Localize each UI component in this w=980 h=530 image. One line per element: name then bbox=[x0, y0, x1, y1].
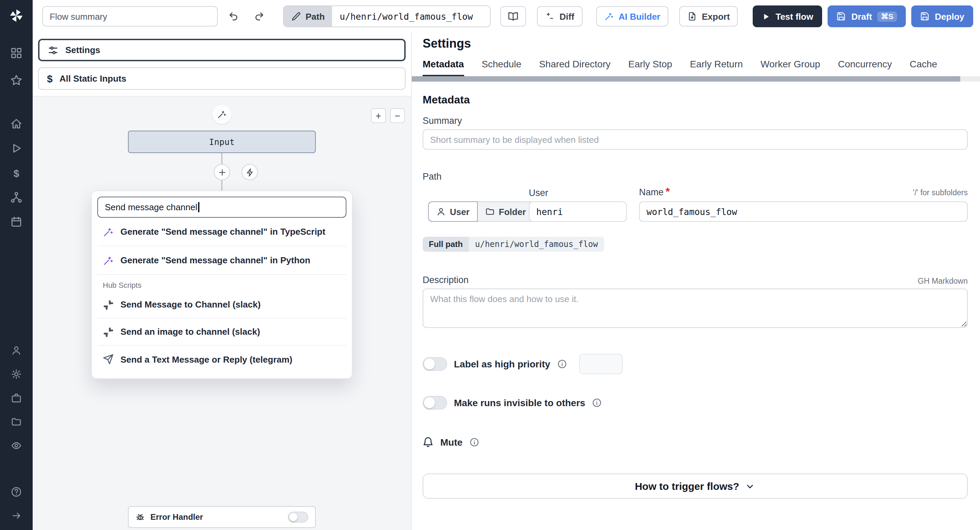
tab-concurrency[interactable]: Concurrency bbox=[838, 59, 892, 76]
windmill-flow-editor: $ Path u/henri/world_famous_flow Diff AI… bbox=[0, 0, 980, 530]
tab-worker-group[interactable]: Worker Group bbox=[760, 59, 820, 76]
tab-cache[interactable]: Cache bbox=[910, 59, 937, 76]
sidebar-item-schedules[interactable] bbox=[3, 212, 30, 231]
test-flow-button[interactable]: Test flow bbox=[752, 5, 822, 27]
add-step-button[interactable] bbox=[214, 164, 230, 180]
dropdown-item-slack-message[interactable]: Send Message to Channel (slack) bbox=[97, 291, 347, 318]
arrow-right-icon bbox=[11, 510, 22, 521]
docs-button[interactable] bbox=[500, 6, 526, 27]
mute-row: Mute bbox=[423, 437, 968, 447]
redo-button[interactable] bbox=[249, 7, 269, 26]
grid-icon bbox=[10, 47, 22, 59]
invisible-runs-toggle[interactable] bbox=[423, 396, 447, 409]
static-inputs-button[interactable]: $All Static Inputs bbox=[38, 67, 406, 90]
dollar-icon: $ bbox=[47, 73, 53, 84]
settings-tabs: Metadata Schedule Shared Directory Early… bbox=[423, 59, 968, 76]
flow-panel-header: Settings $All Static Inputs bbox=[33, 33, 411, 96]
sidebar-item-workers[interactable] bbox=[3, 389, 30, 407]
bell-icon bbox=[423, 437, 434, 447]
priority-value-input[interactable] bbox=[579, 354, 622, 374]
flow-canvas[interactable]: + − Input Send message channel Generate … bbox=[33, 96, 411, 530]
error-handler-label: Error Handler bbox=[150, 512, 203, 522]
description-label-row: Description GH Markdown bbox=[423, 275, 968, 285]
wand-icon bbox=[103, 226, 114, 237]
how-to-trigger-button[interactable]: How to trigger flows? bbox=[423, 473, 968, 499]
briefcase-icon bbox=[11, 393, 22, 403]
tab-early-stop[interactable]: Early Stop bbox=[628, 59, 672, 76]
ai-builder-button[interactable]: AI Builder bbox=[596, 6, 669, 27]
summary-label: Summary bbox=[423, 116, 968, 126]
sidebar-item-resources[interactable] bbox=[3, 188, 30, 207]
info-icon bbox=[469, 438, 479, 447]
dropdown-item-label: Send Message to Channel (slack) bbox=[121, 299, 261, 309]
zoom-out-button[interactable]: − bbox=[390, 108, 405, 123]
error-handler-toggle[interactable] bbox=[288, 512, 308, 522]
error-handler-node[interactable]: Error Handler bbox=[128, 506, 316, 528]
dropdown-item-slack-image[interactable]: Send an image to channel (slack) bbox=[97, 318, 347, 346]
step-search-value: Send message channel bbox=[105, 202, 197, 212]
sidebar-item-apps[interactable] bbox=[3, 44, 30, 63]
name-input[interactable] bbox=[639, 202, 968, 222]
sidebar-item-settings[interactable] bbox=[3, 365, 30, 383]
owner-folder-button[interactable]: Folder bbox=[478, 202, 534, 222]
user-input[interactable] bbox=[529, 202, 627, 222]
sidebar-item-variables[interactable]: $ bbox=[3, 163, 30, 182]
sidebar-item-audit[interactable] bbox=[3, 437, 30, 454]
windmill-logo-icon bbox=[9, 8, 24, 23]
dropdown-item-label: Send a Text Message or Reply (telegram) bbox=[121, 354, 292, 364]
full-path-value: u/henri/world_famous_flow bbox=[469, 237, 604, 252]
star-icon bbox=[10, 74, 22, 86]
input-node[interactable]: Input bbox=[128, 131, 316, 153]
sidebar-item-home[interactable] bbox=[3, 114, 30, 133]
network-icon bbox=[10, 191, 22, 203]
dropdown-item-generate-typescript[interactable]: Generate "Send message channel" in TypeS… bbox=[97, 218, 347, 246]
sliders-icon bbox=[48, 44, 59, 56]
tab-schedule[interactable]: Schedule bbox=[482, 59, 521, 76]
flow-settings-panel: Settings Metadata Schedule Shared Direct… bbox=[412, 33, 980, 530]
flow-summary-input[interactable] bbox=[42, 6, 218, 27]
tab-metadata[interactable]: Metadata bbox=[423, 59, 464, 76]
tab-early-return[interactable]: Early Return bbox=[690, 59, 743, 76]
tab-shared-directory[interactable]: Shared Directory bbox=[539, 59, 611, 76]
flow-settings-button[interactable]: Settings bbox=[38, 39, 406, 61]
sidebar-item-runs[interactable] bbox=[3, 139, 30, 158]
deploy-button[interactable]: Deploy bbox=[911, 5, 973, 27]
draft-button[interactable]: Draft⌘S bbox=[827, 5, 905, 27]
draft-label: Draft bbox=[851, 11, 872, 21]
edit-path-button[interactable]: Path bbox=[284, 6, 332, 27]
path-value[interactable]: u/henri/world_famous_flow bbox=[332, 6, 490, 27]
settings-title: Settings bbox=[423, 37, 968, 50]
description-textarea[interactable] bbox=[423, 289, 968, 328]
flow-graph-panel: Settings $All Static Inputs + − Input Se… bbox=[33, 33, 412, 530]
collapse-sidebar-button[interactable] bbox=[3, 507, 30, 525]
subfolder-hint: '/' for subfolders bbox=[913, 189, 968, 197]
diff-button[interactable]: Diff bbox=[537, 6, 582, 27]
dollar-icon: $ bbox=[14, 168, 19, 178]
high-priority-toggle[interactable] bbox=[423, 357, 447, 371]
help-button[interactable] bbox=[3, 483, 30, 501]
diff-label: Diff bbox=[559, 11, 574, 21]
ai-flow-button[interactable] bbox=[212, 105, 231, 124]
owner-user-button[interactable]: User bbox=[428, 202, 478, 222]
sidebar-item-folders[interactable] bbox=[3, 413, 30, 431]
undo-button[interactable] bbox=[223, 7, 243, 26]
sidebar-item-account[interactable] bbox=[3, 341, 30, 359]
owner-user-label: User bbox=[450, 206, 469, 217]
folder-icon bbox=[485, 207, 495, 216]
sidebar-item-favorites[interactable] bbox=[3, 71, 30, 90]
step-search-input[interactable]: Send message channel bbox=[97, 197, 347, 218]
tabs-scrollbar-thumb[interactable] bbox=[412, 76, 960, 82]
summary-input[interactable] bbox=[423, 129, 968, 150]
zoom-in-button[interactable]: + bbox=[371, 108, 386, 123]
dropdown-item-telegram-message[interactable]: Send a Text Message or Reply (telegram) bbox=[97, 346, 347, 373]
windmill-logo[interactable] bbox=[9, 8, 24, 23]
export-button[interactable]: Export bbox=[679, 6, 738, 27]
export-label: Export bbox=[702, 11, 730, 21]
ai-step-button[interactable] bbox=[242, 164, 258, 180]
dropdown-item-generate-python[interactable]: Generate "Send message channel" in Pytho… bbox=[97, 246, 347, 275]
invisible-runs-row: Make runs invisible to others bbox=[423, 396, 968, 409]
save-icon bbox=[920, 11, 929, 21]
top-toolbar: Path u/henri/world_famous_flow Diff AI B… bbox=[33, 0, 980, 33]
content-area: Settings $All Static Inputs + − Input Se… bbox=[33, 33, 980, 530]
bug-icon bbox=[135, 512, 145, 522]
